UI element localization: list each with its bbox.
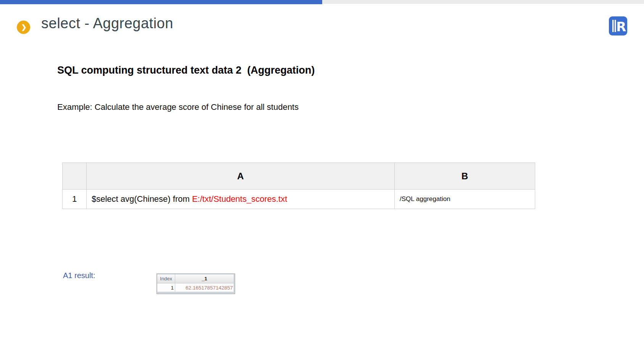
grid-column-header-a: A <box>87 163 395 190</box>
code-grid-row-1: 1 $select avg(Chinese) from E:/txt/Stude… <box>63 190 535 209</box>
top-strip-gray <box>322 0 644 4</box>
result-row-index: 1 <box>157 283 175 292</box>
result-column-1: _1 <box>175 274 234 283</box>
result-grid: Index _1 1 62.16517857142857 <box>157 274 234 292</box>
raqsoft-logo-icon: R <box>608 16 628 36</box>
svg-text:R: R <box>616 19 626 34</box>
page-title: select - Aggregation <box>41 15 173 32</box>
section-heading: SQL computing structured text data 2 (Ag… <box>57 64 315 76</box>
cell-a1: $select avg(Chinese) from E:/txt/Student… <box>87 190 395 209</box>
example-text: Example: Calculate the average score of … <box>57 102 299 112</box>
code-grid-header-row: A B <box>63 163 535 190</box>
file-path-text: E:/txt/Students_scores.txt <box>192 194 287 204</box>
grid-column-header-b: B <box>395 163 535 190</box>
result-column-index: Index <box>157 274 175 283</box>
grid-corner-cell <box>63 163 87 190</box>
result-label: A1 result: <box>63 271 95 280</box>
result-grid-header-row: Index _1 <box>157 274 234 283</box>
result-value: 62.16517857142857 <box>175 283 234 292</box>
result-grid-frame: Index _1 1 62.16517857142857 <box>157 274 235 294</box>
top-strip-blue <box>0 0 322 4</box>
code-text: $select avg(Chinese) from <box>92 194 192 204</box>
code-grid: A B 1 $select avg(Chinese) from E:/txt/S… <box>62 162 535 209</box>
page: ❯ select - Aggregation R SQL computing s… <box>0 0 644 362</box>
row-number: 1 <box>63 190 87 209</box>
result-grid-data-row: 1 62.16517857142857 <box>157 283 234 292</box>
chevron-right-icon: ❯ <box>17 21 30 34</box>
cell-b1-comment: /SQL aggregation <box>395 190 535 209</box>
